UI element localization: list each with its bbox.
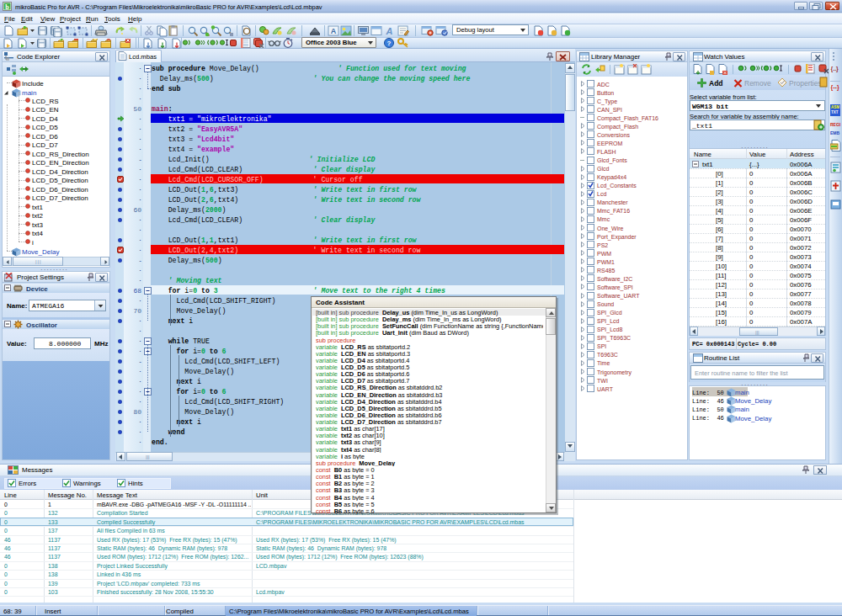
svg-text:A: A xyxy=(331,27,337,35)
svg-text:A: A xyxy=(386,26,393,36)
svg-text:?: ? xyxy=(387,40,392,47)
svg-text:b: b xyxy=(5,3,9,11)
